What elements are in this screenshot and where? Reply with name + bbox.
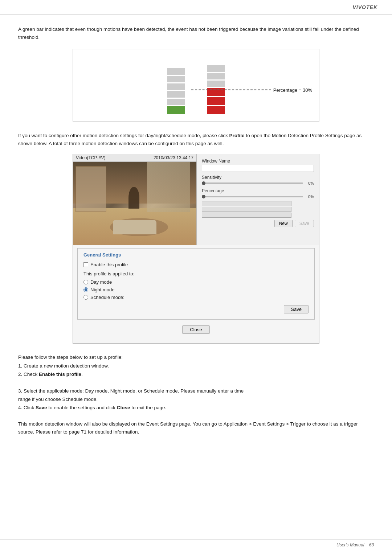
bar-gray-4 bbox=[167, 91, 185, 98]
percentage-label: Percentage = 30% bbox=[273, 87, 312, 93]
bar-gray-1 bbox=[167, 68, 185, 75]
window-name-input[interactable] bbox=[202, 165, 314, 172]
bar-gray-5 bbox=[167, 99, 185, 105]
schedule-mode-radio[interactable] bbox=[83, 295, 88, 300]
schedule-mode-label: Schedule mode: bbox=[90, 295, 124, 300]
night-mode-row: Night mode bbox=[83, 287, 309, 292]
video-timestamp: 2010/03/23 13:44:17 bbox=[154, 155, 193, 160]
dashed-line bbox=[191, 90, 271, 90]
step-4: 4. Click Save to enable the settings and… bbox=[18, 404, 374, 412]
bar-green bbox=[167, 106, 185, 114]
sensitivity-track[interactable] bbox=[202, 182, 303, 184]
bar-gray-r2 bbox=[207, 73, 225, 79]
night-mode-label: Night mode bbox=[90, 287, 114, 292]
figure bbox=[128, 187, 139, 209]
brand-logo: VIVOTEK bbox=[353, 4, 377, 10]
footer: User's Manual – 63 bbox=[336, 542, 374, 547]
bar-gray-r3 bbox=[207, 81, 225, 87]
step-3: 3. Select the applicable mode: Day mode,… bbox=[18, 379, 374, 404]
dialog-settings-panel: Window Name Sensitivity 0% Percentage bbox=[196, 154, 319, 245]
select-item-3[interactable] bbox=[202, 213, 291, 218]
day-mode-radio[interactable] bbox=[83, 280, 88, 284]
schedule-mode-row: Schedule mode: bbox=[83, 295, 309, 300]
general-settings-title: General Settings bbox=[83, 252, 309, 258]
bookcase bbox=[75, 166, 106, 212]
final-para: This motion detection window will also b… bbox=[18, 420, 374, 436]
day-mode-label: Day mode bbox=[90, 279, 112, 285]
bar-left bbox=[167, 60, 185, 114]
video-feed bbox=[73, 162, 196, 245]
close-btn-row: Close bbox=[73, 325, 319, 334]
sensitivity-thumb[interactable] bbox=[202, 181, 205, 185]
enable-profile-row: Enable this profile bbox=[83, 262, 309, 267]
close-button[interactable]: Close bbox=[182, 325, 209, 334]
small-selects bbox=[202, 201, 314, 218]
general-settings-wrapper: General Settings Enable this profile Thi… bbox=[73, 245, 319, 322]
video-header: Video(TCP-AV) 2010/03/23 13:44:17 bbox=[73, 154, 196, 162]
save-btn-row: Save bbox=[83, 305, 309, 313]
bar-red-bot bbox=[207, 106, 225, 114]
percentage-track[interactable] bbox=[202, 196, 303, 197]
new-button[interactable]: New bbox=[274, 220, 293, 227]
enable-profile-checkbox[interactable] bbox=[83, 262, 88, 267]
bar-right: Percentage = 30% bbox=[207, 60, 225, 114]
general-save-button[interactable]: Save bbox=[284, 305, 309, 313]
steps-intro: Please follow the steps below to set up … bbox=[18, 354, 374, 360]
dialog-video-panel: Video(TCP-AV) 2010/03/23 13:44:17 bbox=[73, 154, 196, 245]
profile-para: If you want to configure other motion de… bbox=[18, 132, 374, 147]
save-button-dialog[interactable]: Save bbox=[295, 220, 314, 227]
select-item-1[interactable] bbox=[202, 201, 291, 206]
room-sofa bbox=[113, 220, 156, 234]
percentage-value: 0% bbox=[305, 194, 314, 199]
step-1: 1. Create a new motion detection window. bbox=[18, 362, 374, 370]
bar-gray-3 bbox=[167, 83, 185, 90]
dialog-mockup: Video(TCP-AV) 2010/03/23 13:44:17 bbox=[73, 154, 319, 344]
bar-gray-2 bbox=[167, 76, 185, 82]
dialog-video-row: Video(TCP-AV) 2010/03/23 13:44:17 bbox=[73, 154, 319, 245]
select-item-2[interactable] bbox=[202, 207, 291, 212]
general-settings-box: General Settings Enable this profile Thi… bbox=[77, 248, 315, 320]
page-container: VIVOTEK A green bar indicates that even … bbox=[0, 0, 392, 554]
bottom-border bbox=[0, 539, 392, 539]
intro-para-1: A green bar indicates that even though m… bbox=[18, 25, 374, 41]
sensitivity-value: 0% bbox=[305, 181, 314, 185]
main-content: A green bar indicates that even though m… bbox=[0, 15, 392, 455]
percentage-thumb[interactable] bbox=[202, 195, 205, 198]
night-mode-radio[interactable] bbox=[83, 287, 88, 292]
window-name-label: Window Name bbox=[202, 159, 314, 164]
percentage-slider-row: 0% bbox=[202, 194, 314, 199]
day-mode-row: Day mode bbox=[83, 279, 309, 285]
enable-profile-label: Enable this profile bbox=[90, 262, 128, 267]
bar-chart-diagram: Percentage = 30% bbox=[73, 49, 319, 122]
header: VIVOTEK bbox=[0, 0, 392, 15]
window-area bbox=[147, 162, 190, 212]
steps-section: Please follow the steps below to set up … bbox=[18, 354, 374, 412]
percentage-settings-label: Percentage bbox=[202, 188, 314, 193]
bar-red-mid bbox=[207, 97, 225, 105]
step-2: 2. Check Enable this profile. bbox=[18, 370, 374, 379]
sensitivity-slider-row: 0% bbox=[202, 181, 314, 185]
video-title: Video(TCP-AV) bbox=[76, 155, 106, 160]
applied-to-label: This profile is applied to: bbox=[83, 271, 309, 276]
bar-gray-r1 bbox=[207, 65, 225, 72]
dialog-btn-row: New Save bbox=[202, 220, 314, 227]
sensitivity-label: Sensitivity bbox=[202, 175, 314, 180]
